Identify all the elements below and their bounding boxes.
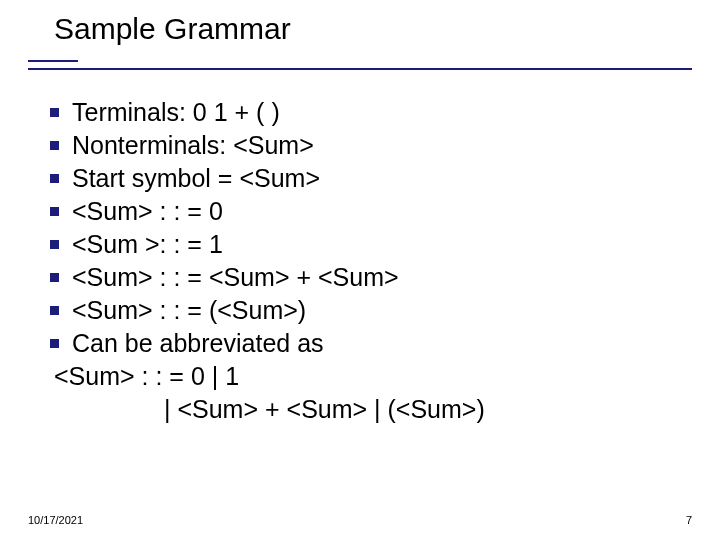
bullet-rule-plus: <Sum> : : = <Sum> + <Sum>	[36, 261, 696, 294]
bullet-terminals: Terminals: 0 1 + ( )	[36, 96, 696, 129]
bullet-group-1: Terminals: 0 1 + ( ) Nonterminals: <Sum>…	[36, 96, 696, 195]
bullet-group-2: <Sum> : : = 0 <Sum >: : = 1 <Sum> : : = …	[36, 195, 696, 360]
accent-rule-long	[28, 68, 692, 70]
footer-date: 10/17/2021	[28, 514, 83, 526]
title-band: Sample Grammar	[0, 12, 720, 54]
slide: Sample Grammar Terminals: 0 1 + ( ) Nont…	[0, 0, 720, 540]
slide-body: Terminals: 0 1 + ( ) Nonterminals: <Sum>…	[36, 96, 696, 426]
bullet-nonterminals: Nonterminals: <Sum>	[36, 129, 696, 162]
accent-rule-short	[28, 60, 78, 62]
footer-page: 7	[686, 514, 692, 526]
bullet-abbrev: Can be abbreviated as	[36, 327, 696, 360]
bullet-rule-1: <Sum >: : = 1	[36, 228, 696, 261]
bullet-rule-paren: <Sum> : : = (<Sum>)	[36, 294, 696, 327]
abbrev-lines: <Sum> : : = 0 | 1 | <Sum> + <Sum> | (<Su…	[36, 360, 696, 426]
slide-title: Sample Grammar	[54, 12, 720, 46]
bullet-rule-0: <Sum> : : = 0	[36, 195, 696, 228]
bullet-start-symbol: Start symbol = <Sum>	[36, 162, 696, 195]
abbrev-line-2: | <Sum> + <Sum> | (<Sum>)	[54, 393, 696, 426]
abbrev-line-1: <Sum> : : = 0 | 1	[54, 360, 696, 393]
